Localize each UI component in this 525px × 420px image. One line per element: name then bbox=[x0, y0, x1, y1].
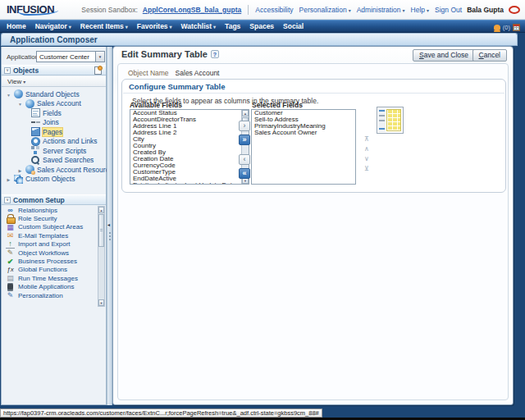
panel-splitter[interactable] bbox=[107, 47, 112, 405]
available-field-option[interactable]: Address Line 2 bbox=[130, 130, 249, 136]
common-setup-item[interactable]: Role Security bbox=[2, 214, 98, 222]
nav-item[interactable]: Home bbox=[7, 22, 26, 30]
tree-item[interactable]: Sales Account bbox=[2, 99, 106, 109]
scrollbar-thumb[interactable] bbox=[98, 214, 104, 247]
tree-item[interactable]: Saved Searches bbox=[2, 156, 106, 166]
common-setup-item[interactable]: Mobile Applications bbox=[2, 283, 98, 291]
nav-item[interactable]: Tags bbox=[225, 22, 240, 30]
help-icon[interactable] bbox=[211, 50, 219, 58]
tree-expander-icon[interactable] bbox=[6, 90, 11, 98]
nav-item[interactable]: Recent Items bbox=[80, 22, 128, 30]
nav-item[interactable]: Favorites bbox=[137, 22, 172, 30]
available-field-option[interactable]: EndDateActive bbox=[130, 176, 249, 182]
new-object-icon[interactable] bbox=[94, 66, 102, 75]
common-setup-item[interactable]: Import and Export bbox=[2, 240, 98, 249]
header-link[interactable]: Personalization bbox=[299, 6, 351, 14]
session-sandbox-link[interactable]: ApplCoreLongSB_bala_gupta bbox=[143, 6, 241, 14]
available-field-option[interactable]: Account Status bbox=[130, 110, 249, 116]
header-link[interactable]: Administration bbox=[357, 6, 405, 14]
tree-item[interactable]: Fields bbox=[2, 108, 106, 118]
available-fields-list[interactable]: Account StatusAccountDirectorTransAddres… bbox=[130, 109, 249, 185]
select-dropdown-icon[interactable] bbox=[95, 52, 104, 62]
header-link[interactable]: Sign Out bbox=[435, 6, 462, 14]
move-all-icon[interactable] bbox=[239, 135, 250, 145]
move-top-icon[interactable] bbox=[362, 135, 372, 143]
available-field-option[interactable]: CustomerType bbox=[130, 169, 249, 176]
available-field-option[interactable]: CurrencyCode bbox=[130, 162, 249, 169]
global-header: INFUSION Session Sandbox: ApplCoreLongSB… bbox=[0, 0, 525, 20]
scroll-up-icon[interactable] bbox=[98, 207, 104, 213]
move-bottom-icon[interactable] bbox=[362, 164, 372, 172]
header-link[interactable]: Help bbox=[411, 6, 430, 14]
nav-item[interactable]: Spaces bbox=[249, 22, 274, 30]
calendar-icon[interactable] bbox=[513, 24, 520, 31]
caret-down-icon bbox=[170, 22, 172, 30]
common-setup-item[interactable]: Relationships bbox=[2, 206, 98, 214]
move-selected-icon[interactable] bbox=[239, 121, 250, 131]
tree-item[interactable]: Server Scripts bbox=[2, 146, 106, 156]
relationships-icon bbox=[6, 206, 15, 215]
tree-item[interactable]: Standard Objects bbox=[2, 89, 106, 99]
notification-count: (0) bbox=[503, 24, 510, 31]
remove-all-icon[interactable] bbox=[239, 168, 250, 179]
nav-item[interactable]: Social bbox=[283, 22, 304, 30]
tree-item[interactable]: Sales Account Resource bbox=[2, 165, 106, 175]
objects-tree: Standard Objects Sales Account Fields Jo… bbox=[2, 87, 106, 184]
tree-item[interactable]: Actions and Links bbox=[2, 137, 106, 147]
scroll-down-icon[interactable] bbox=[98, 299, 104, 306]
tree-item[interactable]: Pages bbox=[2, 127, 106, 137]
available-field-option[interactable]: AccountDirectorTrans bbox=[130, 116, 249, 123]
available-field-option[interactable]: Creation Date bbox=[130, 156, 249, 162]
common-setup-item[interactable]: Object Workflows bbox=[2, 249, 98, 257]
available-field-option[interactable]: Address Line 1 bbox=[130, 123, 249, 130]
searches-icon bbox=[31, 156, 40, 165]
common-setup-item[interactable]: Custom Subject Areas bbox=[2, 223, 98, 231]
common-setup-item-label: Business Processes bbox=[18, 258, 77, 265]
available-field-option[interactable]: Existing Indicator Last Update Date bbox=[130, 182, 249, 185]
tree-item[interactable]: Custom Objects bbox=[2, 175, 106, 185]
available-field-option[interactable]: Country bbox=[130, 143, 249, 149]
common-setup-item[interactable]: Global Functions bbox=[2, 266, 98, 274]
objects-panel-header[interactable]: Objects bbox=[2, 65, 106, 75]
tree-expander-icon[interactable] bbox=[17, 99, 23, 107]
tree-item[interactable]: Joins bbox=[2, 118, 106, 128]
selected-field-option[interactable]: Sell-to Address bbox=[252, 116, 355, 123]
globe-user-icon bbox=[25, 165, 34, 174]
save-and-close-button[interactable]: Save and Close bbox=[413, 49, 475, 62]
available-field-option[interactable]: Created By bbox=[130, 149, 249, 156]
header-link-label: Personalization bbox=[299, 6, 347, 14]
cancel-button[interactable]: Cancel bbox=[472, 49, 507, 62]
nav-item[interactable]: Watchlist bbox=[181, 22, 216, 30]
remove-selected-icon[interactable] bbox=[239, 154, 250, 165]
nav-item-label: Spaces bbox=[249, 22, 274, 30]
scroll-up-icon[interactable] bbox=[242, 110, 249, 116]
collapse-chevron-icon[interactable] bbox=[4, 197, 11, 203]
common-setup-item[interactable]: E-Mail Templates bbox=[2, 231, 98, 240]
move-up-icon[interactable] bbox=[362, 144, 372, 153]
tree-expander-icon[interactable] bbox=[17, 166, 23, 174]
available-field-option[interactable]: City bbox=[130, 136, 249, 143]
common-setup-item[interactable]: Run Time Messages bbox=[2, 274, 98, 282]
move-down-icon[interactable] bbox=[362, 154, 372, 162]
common-setup-item[interactable]: Business Processes bbox=[2, 257, 98, 265]
header-link[interactable]: Accessibility bbox=[255, 6, 293, 14]
collapse-chevron-icon[interactable] bbox=[4, 67, 11, 74]
nav-item[interactable]: Navigator bbox=[35, 22, 71, 30]
application-select[interactable]: Customer Center bbox=[36, 51, 105, 62]
configure-summary-table-section: Configure Summary Table Select the field… bbox=[121, 79, 506, 193]
selected-field-option[interactable]: PrimaryIndustryMeaning bbox=[252, 123, 355, 130]
tree-toolbar: View bbox=[2, 76, 106, 87]
collapse-panel-icon[interactable] bbox=[107, 221, 110, 227]
splitter-grip[interactable] bbox=[109, 232, 111, 240]
selected-field-option[interactable]: Customer bbox=[252, 110, 355, 116]
view-menu[interactable]: View bbox=[7, 78, 25, 85]
common-setup-panel-header[interactable]: Common Setup bbox=[2, 194, 106, 205]
selected-field-option[interactable]: Sales Account Owner bbox=[252, 130, 355, 136]
common-setup-item[interactable]: Personalization bbox=[2, 291, 98, 299]
navbar-right-icons: (0) bbox=[494, 21, 520, 34]
selected-fields-list[interactable]: CustomerSell-to AddressPrimaryIndustryMe… bbox=[251, 109, 356, 185]
sidebar-scrollbar[interactable] bbox=[98, 206, 105, 307]
caret-down-icon bbox=[21, 78, 25, 85]
notifications-bell-icon[interactable] bbox=[494, 25, 500, 30]
tree-expander-icon[interactable] bbox=[6, 175, 11, 183]
